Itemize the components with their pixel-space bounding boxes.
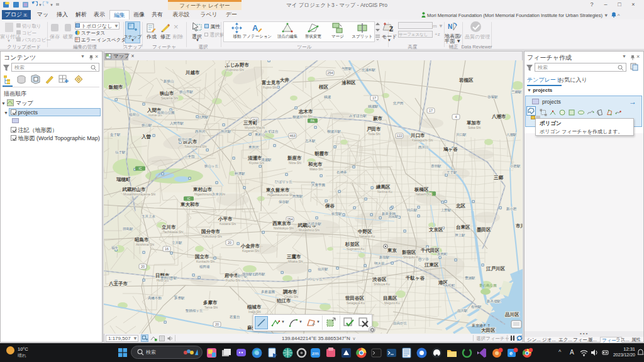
svg-text:国立市: 国立市 — [195, 254, 209, 260]
svg-text:東京港ＦＴ: 東京港ＦＴ — [472, 324, 491, 328]
svg-text:新井薬師: 新井薬師 — [382, 212, 396, 216]
svg-text:多磨霊園: 多磨霊園 — [261, 290, 275, 294]
svg-text:明大前: 明大前 — [374, 261, 385, 265]
svg-text:品川区: 品川区 — [505, 312, 519, 317]
svg-text:Sayama-Shi: Sayama-Shi — [161, 96, 178, 100]
svg-text:玉川上水: 玉川上水 — [142, 214, 156, 218]
svg-text:練馬区: 練馬区 — [375, 184, 391, 190]
svg-text:与野駅: 与野駅 — [341, 67, 352, 70]
svg-text:北区: 北区 — [455, 203, 466, 209]
svg-text:自由が丘: 自由が丘 — [393, 321, 408, 325]
svg-text:大田区: 大田区 — [481, 327, 496, 333]
svg-text:上野駅: 上野駅 — [441, 208, 452, 212]
svg-text:A: A — [252, 23, 258, 33]
svg-text:Mitaka-Shi: Mitaka-Shi — [288, 260, 303, 263]
svg-text:夢の島公園: 夢の島公園 — [479, 283, 497, 288]
svg-text:稲荷山公園: 稲荷山公園 — [157, 111, 175, 114]
svg-text:赤羽駅: 赤羽駅 — [431, 164, 441, 168]
svg-text:永田町: 永田町 — [437, 252, 448, 256]
svg-text:みずほ台: みずほ台 — [264, 129, 278, 134]
svg-text:小手指: 小手指 — [184, 155, 195, 158]
svg-text:西所沢: 西所沢 — [195, 129, 206, 134]
svg-text:三鷹市: 三鷹市 — [287, 254, 301, 260]
svg-text:小岩駅: 小岩駅 — [509, 164, 521, 168]
svg-text:江戸川区: 江戸川区 — [486, 266, 506, 272]
svg-text:大泉学園: 大泉学園 — [311, 183, 325, 187]
svg-text:飯能市: 飯能市 — [108, 84, 123, 90]
svg-text:Nerima-Ku: Nerima-Ku — [377, 190, 392, 194]
svg-text:zm: zm — [312, 351, 319, 356]
svg-text:西東京市: 西東京市 — [272, 221, 292, 226]
svg-text:杉並区: 杉並区 — [345, 241, 360, 247]
svg-text:所沢駅: 所沢駅 — [221, 129, 231, 133]
svg-text:東村山: 東村山 — [255, 133, 265, 137]
svg-text:大井: 大井 — [280, 77, 290, 83]
svg-text:北浦和駅: 北浦和駅 — [361, 68, 376, 72]
svg-text:PA: PA — [311, 119, 315, 123]
svg-text:清瀬市: 清瀬市 — [247, 155, 262, 161]
svg-text:Tama-Shi: Tama-Shi — [204, 305, 218, 309]
svg-text:板橋区: 板橋区 — [414, 187, 429, 192]
svg-text:荻窪駅: 荻窪駅 — [331, 212, 342, 216]
svg-text:保谷: 保谷 — [325, 203, 335, 209]
svg-text:小平市: 小平市 — [218, 216, 233, 222]
svg-text:三郷駅: 三郷駅 — [511, 90, 522, 94]
svg-text:e: e — [509, 350, 513, 356]
svg-text:押上駅: 押上駅 — [455, 233, 465, 237]
svg-text:17: 17 — [372, 96, 376, 100]
svg-text:品川駅: 品川駅 — [457, 309, 468, 312]
svg-text:新宿区: 新宿区 — [401, 250, 416, 255]
svg-text:三郷: 三郷 — [494, 175, 504, 180]
svg-text:富士見市: 富士見市 — [262, 80, 281, 85]
svg-text:稲城市: 稲城市 — [247, 304, 262, 310]
svg-text:江東区: 江東区 — [424, 262, 439, 268]
svg-text:日野駅: 日野駅 — [167, 276, 177, 280]
svg-text:四ツ谷: 四ツ谷 — [418, 257, 429, 261]
svg-text:東大和市: 東大和市 — [180, 202, 200, 207]
svg-text:王子駅: 王子駅 — [447, 170, 457, 174]
svg-text:新狭山: 新狭山 — [164, 79, 174, 83]
svg-text:保谷駅: 保谷駅 — [279, 200, 289, 204]
svg-text:20: 20 — [141, 265, 145, 268]
svg-text:稲荷山: 稲荷山 — [129, 112, 140, 116]
svg-text:新宿駅: 新宿駅 — [379, 255, 390, 260]
svg-text:文京区: 文京区 — [428, 227, 443, 233]
svg-text:千駄ヶ谷: 千駄ヶ谷 — [405, 275, 425, 281]
svg-text:Fujimino-Shi: Fujimino-Shi — [226, 68, 244, 72]
svg-text:桜区: 桜区 — [318, 84, 329, 90]
svg-text:Toda-Shi: Toda-Shi — [368, 132, 380, 136]
svg-text:狭山市駅: 狭山市駅 — [179, 90, 194, 94]
svg-text:狭山駅: 狭山駅 — [142, 123, 152, 127]
svg-text:Fujimi-Shi: Fujimi-Shi — [263, 85, 277, 89]
svg-text:柳瀬川駅: 柳瀬川駅 — [327, 129, 341, 134]
svg-text:4: 4 — [455, 115, 457, 119]
svg-text:東久留米市: 東久留米市 — [265, 187, 290, 193]
svg-text:Inagi-Shi: Inagi-Shi — [248, 310, 261, 314]
svg-text:昭島市: 昭島市 — [135, 237, 149, 243]
svg-text:Akishima-Shi: Akishima-Shi — [136, 243, 154, 246]
svg-text:122: 122 — [396, 134, 402, 138]
svg-text:Kawaguchi-Shi: Kawaguchi-Shi — [412, 138, 433, 142]
svg-text:Niiza-Shi: Niiza-Shi — [289, 161, 301, 165]
svg-text:IC: IC — [187, 197, 191, 200]
svg-text:新小岩: 新小岩 — [506, 207, 517, 211]
svg-text:17: 17 — [429, 109, 433, 112]
svg-text:金子駅: 金子駅 — [110, 133, 121, 136]
svg-text:吉祥寺駅: 吉祥寺駅 — [308, 222, 322, 226]
svg-text:目黒区: 目黒区 — [383, 295, 397, 301]
svg-text:16: 16 — [165, 247, 169, 251]
svg-text:聖蹟桜ヶ丘: 聖蹟桜ヶ丘 — [186, 309, 203, 312]
svg-text:Koganei-Shi: Koganei-Shi — [242, 249, 259, 253]
svg-text:拝島駅: 拝島駅 — [123, 227, 133, 231]
svg-text:草加市: 草加市 — [466, 120, 481, 126]
svg-text:朝霞市: 朝霞市 — [314, 151, 329, 156]
svg-text:Shibuya-Ku: Shibuya-Ku — [374, 282, 390, 286]
svg-text:東京: 東京 — [387, 248, 397, 253]
svg-text:航空公園: 航空公園 — [178, 138, 192, 142]
svg-text:Kodaira-Shi: Kodaira-Shi — [219, 222, 236, 226]
svg-text:Itabashi-Ku: Itabashi-Ku — [416, 192, 432, 196]
svg-text:福生: 福生 — [111, 246, 119, 250]
svg-text:Higashikurume-Shi: Higashikurume-Shi — [267, 193, 294, 197]
svg-text:Musashimurayama-Shi: Musashimurayama-Shi — [123, 192, 155, 196]
svg-text:西川口: 西川口 — [418, 145, 429, 150]
